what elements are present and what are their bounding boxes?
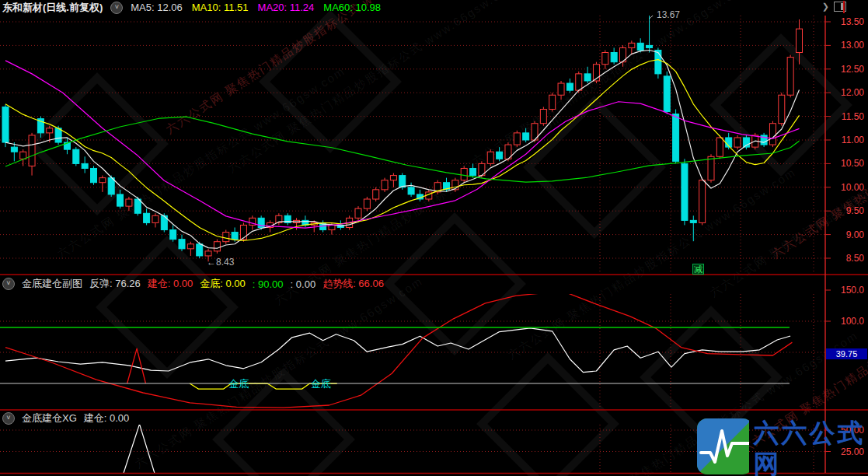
titlebar-divider [843, 1, 845, 13]
price-axis-label: 10.50 [828, 158, 864, 169]
ma-label-ma60: MA60: 10.98 [323, 2, 381, 13]
high-price-label: 13.67 [657, 9, 680, 20]
price-axis-label: 9.50 [828, 205, 864, 216]
chevron-right-icon[interactable]: ❯ [822, 2, 829, 12]
sub2-header-item: 建仓: 0.00 [84, 411, 130, 425]
stock-title: 东和新材(日线.前复权) [2, 1, 103, 15]
sub1-header-item: : 0.00 [291, 278, 316, 290]
sub1-header-item: 金底: 0.00 [200, 277, 246, 291]
price-axis-label: 11.00 [828, 135, 864, 145]
price-axis-label: 12.00 [828, 87, 864, 98]
price-axis-label: 11.50 [828, 111, 864, 122]
price-axis-label: 13.50 [828, 16, 864, 27]
price-axis-label: 150.0 [828, 285, 864, 296]
price-axis-label: 12.50 [828, 64, 864, 75]
site-logo-icon [696, 418, 749, 475]
price-axis-label: 8.50 [828, 253, 864, 264]
site-name: 六六公式网 [754, 418, 868, 476]
ma-label-row: MA5: 12.06MA10: 11.51MA20: 11.24MA60: 10… [131, 2, 381, 13]
ma-label-ma5: MA5: 12.06 [131, 2, 183, 13]
ma-label-ma10: MA10: 11.51 [192, 2, 249, 13]
sub2-indicator-name[interactable]: 金底建仓XG [22, 411, 77, 425]
current-value-tag: 39.75 [826, 348, 867, 359]
jindi-marker: 金底 [228, 377, 249, 391]
reduce-holdings-badge: 减 [692, 264, 704, 275]
collapse-sub1-icon[interactable]: ˅ [2, 278, 15, 290]
title-bar: 东和新材(日线.前复权) ˅ MA5: 12.06MA10: 11.51MA20… [0, 0, 868, 15]
sub1-header-item: 趋势线: 66.06 [322, 277, 384, 291]
jindi-marker: 金底 [311, 377, 331, 391]
price-axis-label: 100.0 [828, 316, 864, 327]
price-axis-label: 9.00 [828, 229, 864, 240]
low-price-label: ←8.43 [207, 257, 234, 268]
ma-label-ma20: MA20: 11.24 [258, 2, 315, 13]
collapse-main-icon[interactable]: ˅ [110, 2, 123, 14]
price-axis-label: 10.00 [828, 182, 864, 193]
site-logo: 六六公式网 聚焦热门精品炒股指标公式 www.66gsw.com [696, 418, 868, 476]
collapse-sub2-icon[interactable]: ˅ [2, 412, 15, 425]
sub1-header-item: : 90.00 [253, 278, 284, 290]
price-axis-label: 13.00 [828, 40, 864, 51]
sub1-indicator-name[interactable]: 金底建仓副图 [22, 277, 82, 291]
sub1-header-item: 建仓: 0.00 [148, 277, 193, 291]
sub1-header-item: 反弹: 76.26 [89, 277, 141, 291]
sub2-header: ˅ 金底建仓XG建仓: 0.00 [2, 411, 129, 426]
sub1-header: ˅ 金底建仓副图反弹: 76.26建仓: 0.00金底: 0.00: 90.00… [2, 276, 384, 292]
